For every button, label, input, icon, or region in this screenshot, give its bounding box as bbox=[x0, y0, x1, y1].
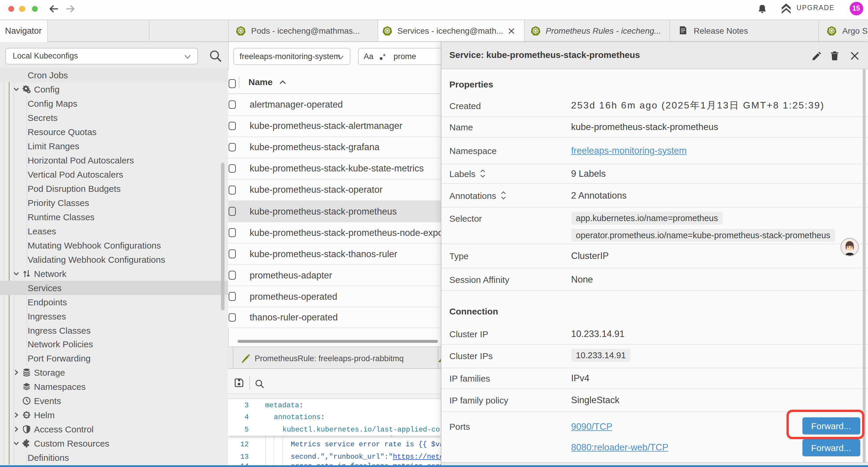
svg-text:*: * bbox=[382, 53, 385, 60]
svg-text:HELM: HELM bbox=[24, 414, 30, 416]
